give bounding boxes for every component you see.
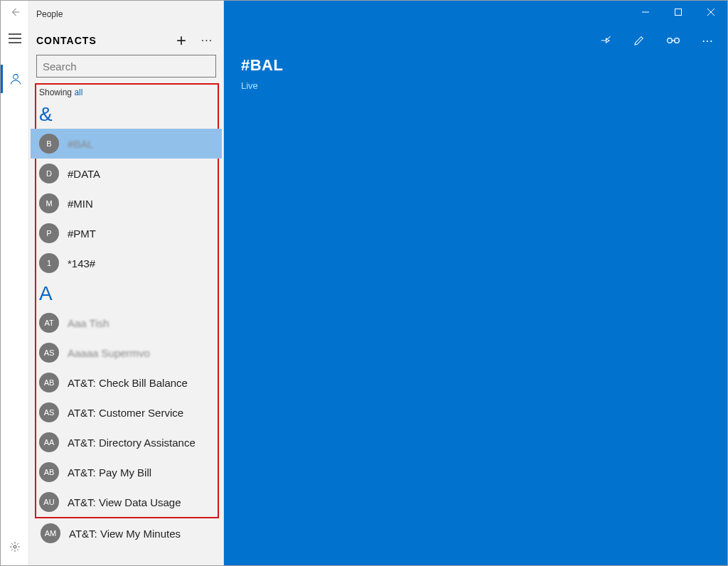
contact-name: AT&T: Pay My Bill xyxy=(68,466,151,479)
contact-row[interactable]: 1 *143# xyxy=(36,248,218,278)
contact-name: #BAL xyxy=(68,138,94,150)
contact-row[interactable]: AA AT&T: Directory Assistance xyxy=(36,427,218,457)
search-input[interactable] xyxy=(36,55,216,78)
contacts-panel: People CONTACTS + ··· Showing all & B #B… xyxy=(29,1,224,565)
contact-avatar: AU xyxy=(39,492,59,512)
contact-row[interactable]: AT Aaa Tish xyxy=(36,308,218,338)
group-header-symbol[interactable]: & xyxy=(36,99,218,129)
more-icon: ⋯ xyxy=(702,34,713,48)
contact-row[interactable]: P #PMT xyxy=(36,218,218,248)
contact-avatar: AA xyxy=(39,432,59,452)
link-button[interactable] xyxy=(658,28,689,53)
contact-name: *143# xyxy=(68,257,95,269)
filter-link[interactable]: all xyxy=(74,87,82,97)
contact-avatar: AB xyxy=(39,373,59,393)
detail-actions: ⋯ xyxy=(589,28,723,53)
panel-more-button[interactable]: ··· xyxy=(198,34,216,47)
contact-name: AT&T: Check Bill Balance xyxy=(68,377,188,389)
contact-name: AT&T: Customer Service xyxy=(68,407,183,419)
contact-row[interactable]: AS AT&T: Customer Service xyxy=(36,397,218,427)
contact-row[interactable]: B #BAL xyxy=(31,129,222,159)
contact-row[interactable]: AM AT&T: View My Minutes xyxy=(38,518,219,548)
minimize-icon xyxy=(641,8,650,16)
left-rail xyxy=(1,1,29,565)
gear-icon xyxy=(9,541,21,552)
detail-title: #BAL xyxy=(241,56,283,75)
contact-row[interactable]: D #DATA xyxy=(36,159,218,188)
add-contact-button[interactable]: + xyxy=(171,31,192,50)
hamburger-button[interactable] xyxy=(9,33,21,43)
contact-avatar: B xyxy=(39,134,59,154)
showing-filter: Showing all xyxy=(36,85,218,99)
detail-more-button[interactable]: ⋯ xyxy=(692,28,723,53)
contact-name: #PMT xyxy=(68,228,96,240)
contact-avatar: AS xyxy=(39,402,59,422)
person-icon xyxy=(9,73,22,85)
contact-avatar: M xyxy=(39,193,59,213)
maximize-button[interactable] xyxy=(662,1,695,23)
contact-row[interactable]: AB AT&T: Pay My Bill xyxy=(36,457,218,487)
contact-avatar: AB xyxy=(39,462,59,482)
contact-name: Aaa Tish xyxy=(68,317,109,329)
settings-button[interactable] xyxy=(1,533,29,561)
group-header-a[interactable]: A xyxy=(36,278,218,308)
people-tab[interactable] xyxy=(1,65,29,93)
close-button[interactable] xyxy=(695,1,727,23)
detail-subtitle: Live xyxy=(241,80,258,91)
contact-row[interactable]: AB AT&T: Check Bill Balance xyxy=(36,368,218,397)
pencil-icon xyxy=(633,34,646,47)
edit-button[interactable] xyxy=(623,28,655,53)
back-button[interactable] xyxy=(1,1,29,23)
window-controls xyxy=(629,1,727,23)
contact-name: #DATA xyxy=(68,168,100,180)
minimize-button[interactable] xyxy=(629,1,662,23)
contact-row[interactable]: AS Aaaaa Supermvo xyxy=(36,338,218,368)
pin-button[interactable] xyxy=(589,28,621,53)
contact-name: AT&T: View My Minutes xyxy=(69,528,181,540)
contact-avatar: AT xyxy=(39,313,59,333)
contact-detail-pane: ⋯ #BAL Live xyxy=(224,1,727,565)
contact-avatar: AS xyxy=(39,343,59,363)
close-icon xyxy=(707,8,715,16)
contact-name: #MIN xyxy=(68,198,93,210)
contact-avatar: 1 xyxy=(39,253,59,273)
svg-point-0 xyxy=(14,75,18,80)
panel-heading: CONTACTS xyxy=(36,35,165,46)
contact-avatar: P xyxy=(39,223,59,243)
highlight-box: Showing all & B #BAL D #DATA M #MIN P #P… xyxy=(35,83,219,518)
contact-row[interactable]: M #MIN xyxy=(36,188,218,218)
contact-avatar: D xyxy=(39,164,59,183)
contact-name: Aaaaa Supermvo xyxy=(68,347,150,359)
contact-avatar: AM xyxy=(41,523,60,543)
contact-name: AT&T: View Data Usage xyxy=(68,496,181,508)
back-arrow-icon xyxy=(10,7,20,17)
link-icon xyxy=(666,34,680,47)
app-title: People xyxy=(36,9,63,19)
maximize-icon xyxy=(674,8,682,16)
hamburger-icon xyxy=(9,33,21,43)
svg-point-4 xyxy=(675,38,680,43)
contact-row[interactable]: AU AT&T: View Data Usage xyxy=(36,487,218,517)
svg-point-1 xyxy=(14,545,16,548)
contact-name: AT&T: Directory Assistance xyxy=(68,437,196,449)
svg-rect-2 xyxy=(675,9,682,16)
svg-point-3 xyxy=(668,38,673,43)
pin-icon xyxy=(599,34,611,47)
